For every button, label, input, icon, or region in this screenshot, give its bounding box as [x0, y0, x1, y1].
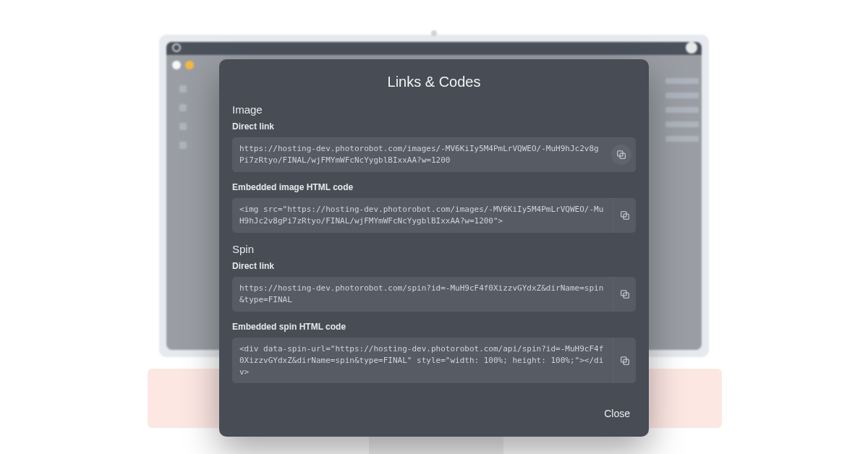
code-text-spin-direct[interactable]: https://hosting-dev.photorobot.com/spin?… — [232, 277, 613, 312]
code-text-image-embed[interactable]: <img src="https://hosting-dev.photorobot… — [232, 198, 613, 233]
app-logo-icon — [172, 43, 181, 52]
label-spin-direct-link: Direct link — [232, 261, 636, 271]
label-image-embed: Embedded image HTML code — [232, 182, 636, 192]
section-image: Image Direct link https://hosting-dev.ph… — [219, 103, 649, 383]
copy-button-spin-direct[interactable] — [613, 277, 636, 312]
code-row-image-embed: <img src="https://hosting-dev.photorobot… — [232, 198, 636, 233]
sidebar-icons — [179, 85, 187, 160]
thumb-icon — [172, 61, 181, 69]
copy-button-image-direct[interactable] — [611, 145, 631, 165]
copy-icon — [619, 210, 631, 221]
modal-footer: Close — [219, 393, 649, 431]
avatar — [686, 42, 697, 53]
copy-button-spin-embed[interactable] — [613, 338, 636, 384]
app-topbar — [166, 42, 702, 55]
modal-title: Links & Codes — [219, 59, 649, 103]
copy-icon — [619, 288, 631, 300]
copy-icon — [616, 149, 627, 160]
close-button[interactable]: Close — [601, 403, 633, 424]
copy-button-image-embed[interactable] — [613, 198, 636, 233]
copy-icon — [619, 355, 631, 367]
code-row-spin-direct: https://hosting-dev.photorobot.com/spin?… — [232, 277, 636, 312]
label-image-direct-link: Direct link — [232, 121, 636, 132]
thumb-icon — [185, 61, 194, 69]
section-heading-image: Image — [232, 103, 636, 116]
right-panel — [665, 78, 699, 150]
code-row-image-direct: https://hosting-dev.photorobot.com/image… — [232, 137, 636, 172]
code-row-spin-embed: <div data-spin-url="https://hosting-dev.… — [232, 338, 636, 384]
code-text-spin-embed[interactable]: <div data-spin-url="https://hosting-dev.… — [232, 338, 613, 384]
section-heading-spin: Spin — [232, 243, 636, 255]
code-text-image-direct[interactable]: https://hosting-dev.photorobot.com/image… — [232, 137, 607, 172]
label-spin-embed: Embedded spin HTML code — [232, 322, 636, 332]
links-codes-modal: Links & Codes Image Direct link https://… — [219, 59, 649, 437]
